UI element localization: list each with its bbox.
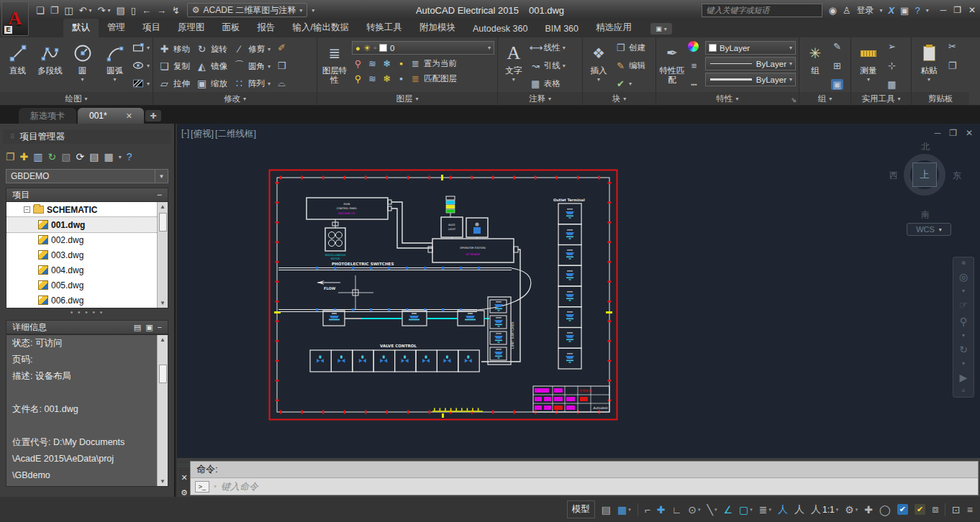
help-dropdown[interactable]: ▾ <box>926 7 929 14</box>
project-manager-titlebar[interactable]: ⠿ 项目管理器 <box>3 129 171 144</box>
line-button[interactable]: 直线 <box>3 40 32 75</box>
polar-tracking-toggle[interactable]: ⊙ <box>688 504 697 516</box>
sign-in-button[interactable]: 登录 <box>856 4 874 17</box>
tree-scrollbar[interactable]: ▲ ▼ <box>157 202 168 308</box>
graphics-performance-toggle[interactable]: ✔ <box>897 504 908 515</box>
linetype-dropdown[interactable]: ByLayer▾ <box>705 57 796 70</box>
linetype-icon[interactable]: ≡ <box>688 60 700 71</box>
hardware-acceleration-toggle[interactable]: ✔ <box>915 504 925 515</box>
array-button[interactable]: ∷阵列▾ <box>231 75 273 92</box>
collapse-icon[interactable]: − <box>157 190 162 200</box>
scroll-thumb[interactable] <box>159 365 167 383</box>
qat-customize-dropdown[interactable]: ▾ <box>312 7 314 14</box>
tab-conversion[interactable]: 转换工具 <box>358 19 411 37</box>
preview-view-icon[interactable]: ▣ <box>145 323 153 332</box>
circle-button[interactable]: 圆▾ <box>68 40 97 83</box>
tree-item-005[interactable]: 005.dwg <box>6 278 168 293</box>
doc-restore-button[interactable]: ❐ <box>949 128 957 138</box>
search-input[interactable] <box>702 4 822 17</box>
tree-item-001[interactable]: 001.dwg <box>6 217 168 232</box>
command-prompt-icon[interactable]: >_ <box>195 481 209 493</box>
annotation-autoscale-toggle[interactable]: 人 <box>794 503 804 516</box>
tab-close-icon[interactable]: ✕ <box>126 111 132 121</box>
visual-style-controls[interactable]: [二维线框] <box>215 128 256 140</box>
open-project-icon[interactable]: ❐ <box>6 151 15 162</box>
edit-block-button[interactable]: ✎编辑 <box>614 59 652 72</box>
copy-clip-button[interactable]: ❐ <box>946 60 958 71</box>
tab-schematic[interactable]: 原理图 <box>169 19 214 37</box>
hatch-button[interactable]: ▾ <box>132 77 150 90</box>
linear-dimension-button[interactable]: ⟷线性▾ <box>530 41 579 54</box>
rectangle-button[interactable]: ▾ <box>132 41 150 54</box>
plot-icon[interactable]: ▤ <box>116 5 124 16</box>
minimize-button[interactable]: ─ <box>940 5 947 15</box>
annotation-visibility-toggle[interactable]: 人 <box>778 503 788 516</box>
text-button[interactable]: A 文字▾ <box>501 40 527 83</box>
panel-modify-footer[interactable]: 修改▾ <box>153 92 317 105</box>
zoom-extents-icon[interactable]: ⚲ <box>960 316 967 327</box>
group-button[interactable]: ✳ 组 <box>802 40 828 75</box>
dialog-launcher-icon[interactable]: ⇘ <box>791 96 797 104</box>
open-icon[interactable]: ❐ <box>50 5 59 16</box>
sheet-set-icon[interactable]: ▯ <box>131 5 136 16</box>
panel-properties-footer[interactable]: 特性▾ ⇘ <box>656 92 799 105</box>
pan-icon[interactable]: ☞ <box>959 299 968 311</box>
rotate-button[interactable]: ↻旋转 <box>194 40 230 58</box>
panel-layers-footer[interactable]: 图层▾ <box>317 92 497 105</box>
command-input[interactable] <box>221 481 978 492</box>
paste-button[interactable]: 粘贴▾ <box>915 40 943 83</box>
command-line-grip[interactable]: :::::: ✕ ⚙ <box>178 461 190 495</box>
forward-icon[interactable]: → <box>157 5 166 16</box>
insert-block-button[interactable]: ❖ 插入▾ <box>586 40 612 83</box>
projects-section-header[interactable]: 项目 − <box>6 188 168 202</box>
layer-dropdown[interactable]: ● ☀ ▫ 0 ▾ <box>352 41 494 55</box>
undo-dropdown[interactable]: ▾ <box>89 7 92 14</box>
block-attributes-button[interactable]: ✔▾ <box>614 77 652 90</box>
refresh-icon[interactable]: ↻ <box>48 151 57 162</box>
new-icon[interactable]: ❏ <box>36 5 45 16</box>
fillet-button[interactable]: ⌒圆角▾ <box>231 58 273 75</box>
redo-icon[interactable]: ↷ <box>98 5 106 16</box>
collapse-box-icon[interactable]: − <box>24 206 30 213</box>
drawing-list-icon[interactable]: ▤ <box>89 151 99 162</box>
stretch-button[interactable]: ▱拉伸 <box>156 75 192 92</box>
search-icon[interactable]: ◉ <box>828 5 836 16</box>
infer-constraints-toggle[interactable]: ⌐ <box>645 504 650 516</box>
clean-screen-toggle[interactable]: ⊡ <box>952 504 961 516</box>
model-space-button[interactable]: 模型 <box>567 500 595 518</box>
zoom-dropdown[interactable]: ▾ <box>962 332 965 339</box>
tab-autodesk360[interactable]: Autodesk 360 <box>464 21 536 37</box>
scroll-down-icon[interactable]: ▼ <box>160 300 165 306</box>
plot-publish-icon[interactable]: ▦ <box>104 151 113 162</box>
viewport-controls[interactable]: [-] <box>181 128 189 140</box>
color-wheel-icon[interactable] <box>688 41 699 52</box>
id-point-button[interactable]: ⊹ <box>886 60 898 71</box>
lineweight-toggle[interactable]: ≣ <box>759 504 768 516</box>
update-retag-icon[interactable]: ⟳ <box>76 151 85 162</box>
tree-item-003[interactable]: 003.dwg <box>6 247 168 262</box>
tab-project[interactable]: 项目 <box>134 19 169 37</box>
viewcube-east[interactable]: 东 <box>953 170 961 182</box>
palette-splitter[interactable]: • • • • • <box>0 308 174 316</box>
explode-button[interactable]: ❒ <box>276 59 288 72</box>
ungroup-button[interactable]: ✎ <box>831 41 843 52</box>
doc-minimize-button[interactable]: ─ <box>935 128 941 138</box>
tab-manage[interactable]: 管理 <box>99 19 134 37</box>
table-button[interactable]: ▦表格 <box>530 77 579 90</box>
group-edit-button[interactable]: ⊞ <box>831 60 843 71</box>
polyline-button[interactable]: 多段线 <box>35 40 65 75</box>
panel-annotate-footer[interactable]: 注释▾ <box>498 92 582 105</box>
doc-close-button[interactable]: ✕ <box>966 128 973 138</box>
cut-button[interactable]: ✂ <box>946 41 958 52</box>
showmotion-icon[interactable]: ▶ <box>960 372 968 383</box>
application-menu-button[interactable]: A E <box>1 1 29 36</box>
navigation-wheel-icon[interactable]: ◎ <box>959 271 968 283</box>
ortho-mode-toggle[interactable]: ∟ <box>672 504 682 516</box>
publish-dropdown[interactable]: ▾ <box>119 154 122 160</box>
match-properties-button[interactable]: ✒ 特性匹配 <box>659 40 685 85</box>
viewcube[interactable]: 上 北 南 西 东 <box>891 139 960 226</box>
object-visibility-toggle[interactable]: ⧈ <box>932 503 938 516</box>
panel-draw-footer[interactable]: 绘图▾ <box>0 92 153 105</box>
navbar-menu-icon[interactable]: ≡ <box>962 388 966 394</box>
erase-button[interactable]: ✐ <box>276 41 288 54</box>
